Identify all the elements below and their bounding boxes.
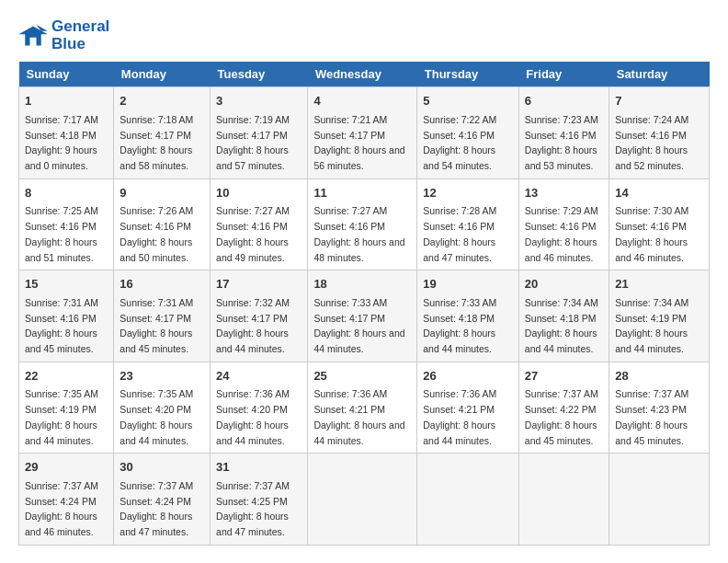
day-info: Sunrise: 7:35 AMSunset: 4:19 PMDaylight:… <box>25 388 98 445</box>
day-number: 7 <box>615 92 703 110</box>
calendar-week-row: 8 Sunrise: 7:25 AMSunset: 4:16 PMDayligh… <box>19 178 710 270</box>
day-info: Sunrise: 7:25 AMSunset: 4:16 PMDaylight:… <box>25 205 98 262</box>
day-info: Sunrise: 7:37 AMSunset: 4:23 PMDaylight:… <box>615 388 688 445</box>
calendar-cell: 6 Sunrise: 7:23 AMSunset: 4:16 PMDayligh… <box>518 87 609 179</box>
calendar-cell: 4 Sunrise: 7:21 AMSunset: 4:17 PMDayligh… <box>308 87 417 179</box>
day-info: Sunrise: 7:18 AMSunset: 4:17 PMDaylight:… <box>119 114 193 171</box>
day-number: 17 <box>216 275 301 293</box>
day-number: 18 <box>313 275 411 293</box>
calendar-cell: 10 Sunrise: 7:27 AMSunset: 4:16 PMDaylig… <box>210 178 308 270</box>
calendar-cell: 2 Sunrise: 7:18 AMSunset: 4:17 PMDayligh… <box>114 87 210 179</box>
day-info: Sunrise: 7:33 AMSunset: 4:17 PMDaylight:… <box>313 297 404 354</box>
day-number: 26 <box>423 367 513 385</box>
day-info: Sunrise: 7:17 AMSunset: 4:18 PMDaylight:… <box>25 114 98 171</box>
calendar-cell: 30 Sunrise: 7:37 AMSunset: 4:24 PMDaylig… <box>114 454 210 546</box>
calendar-week-row: 15 Sunrise: 7:31 AMSunset: 4:16 PMDaylig… <box>19 270 710 362</box>
calendar-cell: 18 Sunrise: 7:33 AMSunset: 4:17 PMDaylig… <box>308 270 417 362</box>
calendar-cell: 14 Sunrise: 7:30 AMSunset: 4:16 PMDaylig… <box>609 178 710 270</box>
day-number: 1 <box>25 92 108 110</box>
header-thursday: Thursday <box>417 62 519 87</box>
header-friday: Friday <box>518 62 609 87</box>
calendar-cell: 9 Sunrise: 7:26 AMSunset: 4:16 PMDayligh… <box>114 178 210 270</box>
day-number: 4 <box>313 92 411 110</box>
day-info: Sunrise: 7:37 AMSunset: 4:22 PMDaylight:… <box>525 388 598 445</box>
calendar-cell: 3 Sunrise: 7:19 AMSunset: 4:17 PMDayligh… <box>210 87 308 179</box>
logo: General Blue <box>18 18 109 52</box>
day-info: Sunrise: 7:34 AMSunset: 4:18 PMDaylight:… <box>525 297 598 354</box>
day-info: Sunrise: 7:30 AMSunset: 4:16 PMDaylight:… <box>615 205 688 262</box>
calendar-cell: 17 Sunrise: 7:32 AMSunset: 4:17 PMDaylig… <box>210 270 308 362</box>
day-number: 22 <box>25 367 108 385</box>
day-number: 27 <box>525 367 603 385</box>
calendar-cell: 1 Sunrise: 7:17 AMSunset: 4:18 PMDayligh… <box>19 87 114 179</box>
calendar-cell: 22 Sunrise: 7:35 AMSunset: 4:19 PMDaylig… <box>19 362 114 454</box>
day-info: Sunrise: 7:37 AMSunset: 4:25 PMDaylight:… <box>216 480 290 537</box>
day-info: Sunrise: 7:32 AMSunset: 4:17 PMDaylight:… <box>216 297 290 354</box>
calendar-cell: 12 Sunrise: 7:28 AMSunset: 4:16 PMDaylig… <box>417 178 519 270</box>
calendar-cell <box>308 454 417 546</box>
day-number: 28 <box>615 367 703 385</box>
day-number: 10 <box>216 184 301 202</box>
calendar-cell <box>609 454 710 546</box>
day-number: 9 <box>119 184 204 202</box>
calendar-cell <box>417 454 519 546</box>
day-number: 6 <box>525 92 603 110</box>
calendar-cell: 7 Sunrise: 7:24 AMSunset: 4:16 PMDayligh… <box>609 87 710 179</box>
logo-text: General Blue <box>51 18 109 52</box>
day-number: 15 <box>25 275 108 293</box>
calendar-table: SundayMondayTuesdayWednesdayThursdayFrid… <box>18 62 710 546</box>
day-number: 31 <box>216 458 301 477</box>
day-info: Sunrise: 7:27 AMSunset: 4:16 PMDaylight:… <box>313 205 404 262</box>
calendar-cell: 23 Sunrise: 7:35 AMSunset: 4:20 PMDaylig… <box>114 362 210 454</box>
calendar-cell: 25 Sunrise: 7:36 AMSunset: 4:21 PMDaylig… <box>308 362 417 454</box>
day-info: Sunrise: 7:19 AMSunset: 4:17 PMDaylight:… <box>216 114 290 171</box>
day-number: 11 <box>313 184 411 202</box>
header-tuesday: Tuesday <box>210 62 308 87</box>
day-info: Sunrise: 7:22 AMSunset: 4:16 PMDaylight:… <box>423 114 496 171</box>
day-info: Sunrise: 7:36 AMSunset: 4:21 PMDaylight:… <box>423 388 496 445</box>
day-info: Sunrise: 7:27 AMSunset: 4:16 PMDaylight:… <box>216 205 290 262</box>
day-number: 19 <box>423 275 513 293</box>
calendar-cell: 5 Sunrise: 7:22 AMSunset: 4:16 PMDayligh… <box>417 87 519 179</box>
day-info: Sunrise: 7:26 AMSunset: 4:16 PMDaylight:… <box>119 205 193 262</box>
day-number: 25 <box>313 367 411 385</box>
day-info: Sunrise: 7:37 AMSunset: 4:24 PMDaylight:… <box>119 480 193 537</box>
calendar-cell: 26 Sunrise: 7:36 AMSunset: 4:21 PMDaylig… <box>417 362 519 454</box>
day-info: Sunrise: 7:23 AMSunset: 4:16 PMDaylight:… <box>525 114 598 171</box>
day-info: Sunrise: 7:21 AMSunset: 4:17 PMDaylight:… <box>313 114 404 171</box>
calendar-cell <box>518 454 609 546</box>
calendar-cell: 21 Sunrise: 7:34 AMSunset: 4:19 PMDaylig… <box>609 270 710 362</box>
calendar-header-row: SundayMondayTuesdayWednesdayThursdayFrid… <box>19 62 710 87</box>
day-info: Sunrise: 7:31 AMSunset: 4:17 PMDaylight:… <box>119 297 193 354</box>
calendar-cell: 31 Sunrise: 7:37 AMSunset: 4:25 PMDaylig… <box>210 454 308 546</box>
calendar-cell: 15 Sunrise: 7:31 AMSunset: 4:16 PMDaylig… <box>19 270 114 362</box>
day-number: 23 <box>119 367 204 385</box>
calendar-cell: 27 Sunrise: 7:37 AMSunset: 4:22 PMDaylig… <box>518 362 609 454</box>
day-number: 12 <box>423 184 513 202</box>
calendar-week-row: 29 Sunrise: 7:37 AMSunset: 4:24 PMDaylig… <box>19 454 710 546</box>
calendar-cell: 20 Sunrise: 7:34 AMSunset: 4:18 PMDaylig… <box>518 270 609 362</box>
calendar-cell: 13 Sunrise: 7:29 AMSunset: 4:16 PMDaylig… <box>518 178 609 270</box>
day-info: Sunrise: 7:34 AMSunset: 4:19 PMDaylight:… <box>615 297 688 354</box>
day-info: Sunrise: 7:31 AMSunset: 4:16 PMDaylight:… <box>25 297 98 354</box>
calendar-cell: 24 Sunrise: 7:36 AMSunset: 4:20 PMDaylig… <box>210 362 308 454</box>
day-info: Sunrise: 7:33 AMSunset: 4:18 PMDaylight:… <box>423 297 496 354</box>
day-number: 5 <box>423 92 513 110</box>
calendar-cell: 28 Sunrise: 7:37 AMSunset: 4:23 PMDaylig… <box>609 362 710 454</box>
day-info: Sunrise: 7:37 AMSunset: 4:24 PMDaylight:… <box>25 480 98 537</box>
day-number: 13 <box>525 184 603 202</box>
day-number: 20 <box>525 275 603 293</box>
calendar-cell: 16 Sunrise: 7:31 AMSunset: 4:17 PMDaylig… <box>114 270 210 362</box>
calendar-week-row: 22 Sunrise: 7:35 AMSunset: 4:19 PMDaylig… <box>19 362 710 454</box>
day-number: 30 <box>119 458 204 477</box>
header-saturday: Saturday <box>609 62 710 87</box>
day-number: 29 <box>25 458 108 477</box>
header-wednesday: Wednesday <box>308 62 417 87</box>
logo-icon <box>18 23 48 49</box>
day-number: 2 <box>119 92 204 110</box>
day-info: Sunrise: 7:28 AMSunset: 4:16 PMDaylight:… <box>423 205 496 262</box>
day-info: Sunrise: 7:36 AMSunset: 4:20 PMDaylight:… <box>216 388 290 445</box>
header: General Blue <box>18 18 710 52</box>
calendar-cell: 11 Sunrise: 7:27 AMSunset: 4:16 PMDaylig… <box>308 178 417 270</box>
header-monday: Monday <box>114 62 210 87</box>
